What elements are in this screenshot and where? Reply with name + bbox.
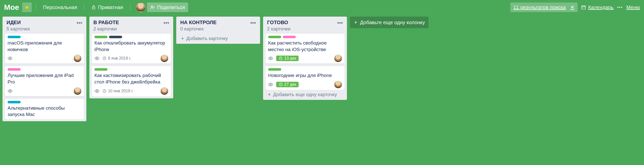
cards-container: macOS-приложения для новичков Лучшие при… — [5, 34, 84, 119]
calendar-button[interactable]: Календарь — [581, 5, 614, 10]
search-results-label: 11 результатов поиска — [513, 5, 566, 10]
card-footer: 8 янв 2019 г. — [94, 55, 168, 62]
card-label[interactable] — [94, 68, 108, 71]
due-badge[interactable]: 27 дек — [276, 82, 299, 87]
list-count: 2 карточки — [92, 26, 171, 34]
plus-icon — [353, 20, 358, 25]
card[interactable]: Альтернативные способы запуска Mac — [5, 99, 84, 119]
card[interactable]: Как расчистить свободное местно на iOS-у… — [266, 34, 344, 64]
list-title[interactable]: НА КОНТРОЛЕ — [180, 20, 217, 25]
add-list-button[interactable]: Добавьте еще одну колонку — [350, 17, 428, 28]
menu-label: Меню — [626, 5, 640, 10]
card-label[interactable] — [8, 36, 21, 38]
add-card-button[interactable]: Добавить карточку — [179, 34, 258, 42]
card-footer: 10 янв 2019 г. — [94, 87, 168, 95]
card-member-avatar[interactable] — [334, 81, 342, 88]
watch-icon — [268, 82, 273, 87]
watch-icon — [8, 56, 13, 61]
watch-icon — [94, 89, 99, 94]
list: ИДЕИ ••• 5 карточек macOS-приложения для… — [3, 17, 86, 121]
svg-point-19 — [270, 84, 271, 85]
card-label[interactable] — [109, 36, 122, 38]
card-title: Лучшие приложения для iPad Pro — [8, 72, 81, 85]
clear-search-button[interactable]: ✕ — [570, 4, 575, 10]
share-label: Поделиться — [157, 5, 185, 10]
add-card-label: Добавить карточку — [186, 36, 228, 41]
card-label[interactable] — [8, 68, 21, 71]
card-footer — [8, 55, 81, 62]
svg-marker-0 — [25, 5, 29, 9]
card-label[interactable] — [8, 101, 21, 103]
list: ГОТОВО ••• 2 карточки Как расчистить сво… — [263, 17, 347, 100]
list-title[interactable]: ГОТОВО — [267, 20, 288, 25]
person-add-icon — [150, 5, 155, 10]
list-header: НА КОНТРОЛЕ ••• — [179, 19, 258, 26]
team-label: Персональная — [43, 5, 77, 10]
card-labels — [94, 36, 168, 38]
list-menu-button[interactable]: ••• — [163, 20, 169, 26]
card-footer — [8, 87, 81, 95]
list-menu-button[interactable]: ••• — [337, 20, 343, 26]
watch-icon — [94, 56, 99, 61]
svg-rect-5 — [582, 6, 586, 9]
list-title[interactable]: ИДЕИ — [7, 20, 21, 25]
clock-icon — [102, 56, 106, 60]
card-title: macOS-приложения для новичков — [8, 40, 81, 53]
due-badge[interactable]: 13 дек — [276, 56, 299, 61]
card-member-avatar[interactable] — [74, 87, 81, 95]
card[interactable]: Как откалибровать аккумулятор iPhone 8 я… — [92, 34, 171, 64]
due-text: 10 янв 2019 г. — [108, 89, 133, 93]
plus-icon — [267, 92, 272, 97]
card-label[interactable] — [268, 36, 281, 38]
card-title: Как кастомизировать рабочий стол iPhone … — [94, 72, 168, 85]
team-button[interactable]: Персональная — [40, 3, 80, 12]
list: НА КОНТРОЛЕ ••• 0 карточек Добавить карт… — [176, 17, 260, 44]
list-menu-button[interactable]: ••• — [77, 20, 82, 26]
svg-point-17 — [270, 58, 271, 59]
card-label[interactable] — [268, 68, 281, 71]
menu-button[interactable]: Меню — [626, 5, 640, 10]
card-labels — [8, 68, 81, 71]
list-menu-button[interactable]: ••• — [250, 20, 256, 26]
board-header: Мое Персональная Приватная Поделиться 11… — [0, 0, 644, 15]
card-label[interactable] — [94, 36, 108, 38]
plus-icon — [180, 36, 185, 41]
due-badge[interactable]: 8 янв 2019 г. — [102, 56, 131, 61]
watch-badge — [94, 56, 99, 61]
card-title: Как откалибровать аккумулятор iPhone — [94, 40, 168, 53]
due-badge[interactable]: 10 янв 2019 г. — [102, 89, 133, 93]
calendar-label: Календарь — [588, 5, 614, 10]
board-title[interactable]: Мое — [4, 3, 19, 12]
board: ИДЕИ ••• 5 карточек macOS-приложения для… — [0, 15, 644, 165]
separator — [84, 4, 84, 11]
ellipsis-icon: ••• — [617, 5, 623, 10]
due-text: 27 дек — [284, 82, 296, 87]
svg-point-10 — [10, 90, 11, 92]
card-labels — [8, 36, 81, 38]
card-member-avatar[interactable] — [161, 55, 168, 62]
card-label[interactable] — [283, 36, 296, 38]
card-member-avatar[interactable] — [161, 87, 168, 95]
avatar[interactable] — [136, 3, 146, 12]
card-footer: 13 дек — [268, 55, 342, 62]
clock-icon — [102, 89, 106, 93]
card[interactable]: Как кастомизировать рабочий стол iPhone … — [92, 66, 171, 96]
clock-icon — [279, 82, 283, 87]
search-results-pill[interactable]: 11 результатов поиска ✕ — [510, 3, 578, 12]
list-header: ГОТОВО ••• — [266, 19, 344, 26]
separator — [36, 4, 36, 11]
share-button[interactable]: Поделиться — [147, 3, 188, 12]
card[interactable]: macOS-приложения для новичков — [5, 34, 84, 64]
svg-point-9 — [10, 58, 11, 59]
add-card-button[interactable]: Добавить еще одну карточку — [266, 90, 344, 98]
card-member-avatar[interactable] — [334, 55, 342, 62]
star-icon — [24, 5, 29, 10]
card-member-avatar[interactable] — [74, 55, 81, 62]
star-button[interactable] — [22, 3, 32, 12]
visibility-button[interactable]: Приватная — [88, 3, 126, 12]
lock-icon — [91, 5, 96, 10]
card[interactable]: Новогодние игры для iPhone 27 дек — [266, 66, 344, 90]
svg-rect-1 — [92, 7, 95, 9]
card[interactable]: Лучшие приложения для iPad Pro — [5, 66, 84, 96]
list-title[interactable]: В РАБОТЕ — [93, 20, 119, 25]
